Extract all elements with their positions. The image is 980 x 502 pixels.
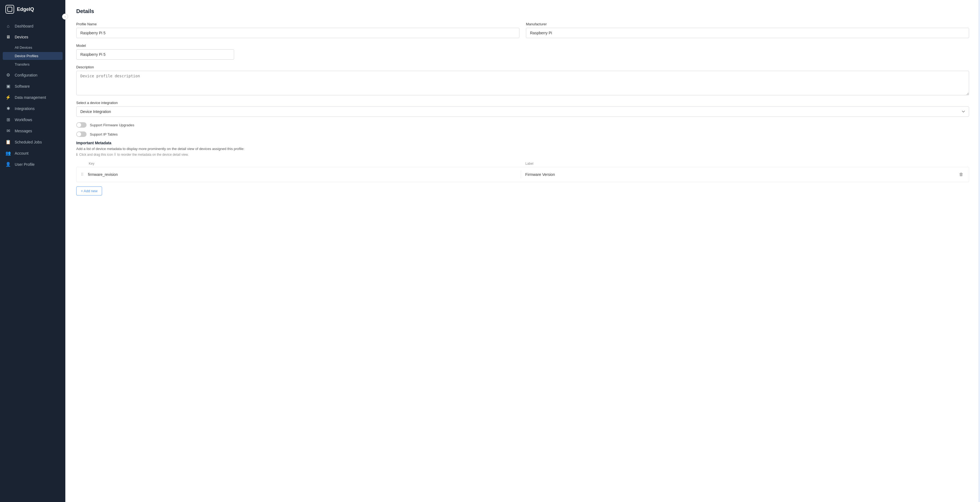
configuration-icon: ⚙ <box>5 72 11 78</box>
workflows-icon: ⊞ <box>5 117 11 122</box>
sidebar-label-messages: Messages <box>15 129 32 133</box>
profile-name-label: Profile Name <box>76 22 519 26</box>
sidebar-item-account[interactable]: 👥 Account <box>0 148 65 159</box>
sidebar-item-user-profile[interactable]: 👤 User Profile <box>0 159 65 170</box>
toggle-row-iptables: Support IP Tables <box>76 131 969 137</box>
form-row-description: Description <box>76 65 969 95</box>
sidebar-item-integrations[interactable]: ✱ Integrations <box>0 103 65 114</box>
sidebar-item-software[interactable]: ▣ Software <box>0 81 65 92</box>
firmware-toggle-label: Support Firmware Upgrades <box>90 123 134 127</box>
form-group-manufacturer: Manufacturer <box>526 22 969 38</box>
devices-icon: 🖥 <box>5 35 11 40</box>
sidebar-label-workflows: Workflows <box>15 118 32 122</box>
logo-inner <box>7 7 12 12</box>
sidebar-item-messages[interactable]: ✉ Messages <box>0 125 65 136</box>
manufacturer-label: Manufacturer <box>526 22 969 26</box>
sidebar: EdgeIQ ⌂ Dashboard 🖥 Devices All Devices… <box>0 0 65 502</box>
metadata-key-field <box>88 172 516 177</box>
manufacturer-input[interactable] <box>526 28 969 38</box>
metadata-key-input[interactable] <box>88 172 516 177</box>
model-label: Model <box>76 43 234 48</box>
integrations-icon: ✱ <box>5 106 11 111</box>
info-icon: ℹ <box>76 153 78 156</box>
software-icon: ▣ <box>5 84 11 89</box>
model-input[interactable] <box>76 49 234 60</box>
sidebar-item-dashboard[interactable]: ⌂ Dashboard <box>0 21 65 32</box>
form-row-model: Model <box>76 43 969 60</box>
sidebar-label-scheduled-jobs: Scheduled Jobs <box>15 140 42 144</box>
sidebar-nav: ⌂ Dashboard 🖥 Devices All Devices Device… <box>0 19 65 502</box>
label-column-header: Label <box>520 161 952 166</box>
form-group-description: Description <box>76 65 969 95</box>
home-icon: ⌂ <box>5 24 11 29</box>
metadata-section-desc: Add a list of device metadata to display… <box>76 147 969 151</box>
profile-name-input[interactable] <box>76 28 519 38</box>
sidebar-item-workflows[interactable]: ⊞ Workflows <box>0 114 65 125</box>
user-profile-icon: 👤 <box>5 162 11 167</box>
metadata-section-title: Important Metadata <box>76 141 969 145</box>
app-logo[interactable]: EdgeIQ <box>0 0 65 19</box>
metadata-label-field <box>525 172 954 177</box>
sidebar-label-integrations: Integrations <box>15 107 35 111</box>
form-group-profile-name: Profile Name <box>76 22 519 38</box>
iptables-toggle-label: Support IP Tables <box>90 132 118 136</box>
label-col-label: Label <box>525 162 533 166</box>
all-devices-label: All Devices <box>15 45 32 49</box>
sidebar-collapse-button[interactable]: ‹ <box>62 14 68 20</box>
sidebar-label-configuration: Configuration <box>15 73 37 77</box>
form-row-integration: Select a device integration Device Integ… <box>76 101 969 117</box>
messages-icon: ✉ <box>5 128 11 133</box>
right-accent-bar <box>978 0 980 502</box>
sidebar-label-data-management: Data management <box>15 95 46 100</box>
metadata-hint-text: Click and drag this icon ⠿ to reorder th… <box>79 153 189 156</box>
form-group-integration: Select a device integration Device Integ… <box>76 101 969 117</box>
key-col-label: Key <box>89 162 94 166</box>
sidebar-label-dashboard: Dashboard <box>15 24 33 28</box>
toggle-row-firmware: Support Firmware Upgrades <box>76 122 969 127</box>
metadata-divider <box>521 171 521 178</box>
sidebar-label-account: Account <box>15 151 29 155</box>
sidebar-item-scheduled-jobs[interactable]: 📋 Scheduled Jobs <box>0 136 65 148</box>
delete-metadata-button[interactable]: 🗑 <box>958 171 964 178</box>
metadata-section: Important Metadata Add a list of device … <box>76 141 969 196</box>
page-title: Details <box>76 8 969 14</box>
iptables-toggle[interactable] <box>76 131 87 137</box>
sidebar-item-devices[interactable]: 🖥 Devices <box>0 32 65 43</box>
logo-icon <box>5 5 14 14</box>
device-profiles-label: Device Profiles <box>15 54 38 58</box>
metadata-column-headers: Key Label <box>76 161 969 167</box>
scheduled-jobs-icon: 📋 <box>5 139 11 145</box>
sidebar-label-devices: Devices <box>15 35 28 39</box>
add-new-button[interactable]: + Add new <box>76 186 102 196</box>
sidebar-item-device-profiles[interactable]: Device Profiles <box>3 52 63 60</box>
drag-handle-icon[interactable]: ⠿ <box>81 172 84 177</box>
sidebar-item-data-management[interactable]: ⚡ Data management <box>0 92 65 103</box>
main-content: Details Profile Name Manufacturer Model … <box>65 0 980 502</box>
description-label: Description <box>76 65 969 69</box>
key-column-header: Key <box>89 161 515 166</box>
metadata-hint: ℹ Click and drag this icon ⠿ to reorder … <box>76 153 969 156</box>
app-name: EdgeIQ <box>17 6 34 12</box>
data-management-icon: ⚡ <box>5 95 11 100</box>
account-icon: 👥 <box>5 151 11 156</box>
sidebar-label-software: Software <box>15 84 30 88</box>
firmware-toggle[interactable] <box>76 122 87 127</box>
metadata-label-input[interactable] <box>525 172 954 177</box>
transfers-label: Transfers <box>15 62 29 67</box>
devices-subnav: All Devices Device Profiles Transfers <box>0 43 65 69</box>
metadata-row: ⠿ 🗑 <box>76 167 969 182</box>
sidebar-item-transfers[interactable]: Transfers <box>0 61 65 69</box>
sidebar-item-configuration[interactable]: ⚙ Configuration <box>0 69 65 81</box>
integration-select[interactable]: Device Integration <box>76 107 969 117</box>
sidebar-item-all-devices[interactable]: All Devices <box>0 43 65 51</box>
description-textarea[interactable] <box>76 71 969 95</box>
integration-label: Select a device integration <box>76 101 969 105</box>
form-group-model: Model <box>76 43 234 60</box>
form-row-profile-manufacturer: Profile Name Manufacturer <box>76 22 969 38</box>
sidebar-label-user-profile: User Profile <box>15 162 35 167</box>
